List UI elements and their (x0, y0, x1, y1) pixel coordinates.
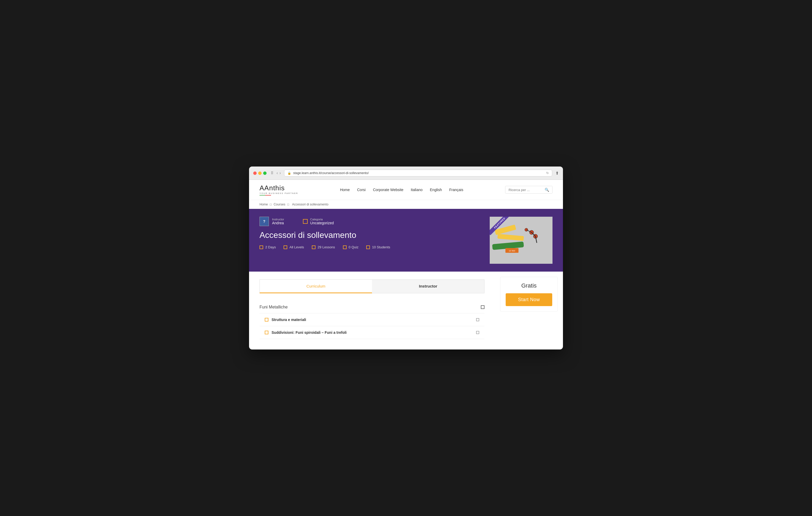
featured-ribbon: FEATURED (490, 217, 511, 235)
close-button[interactable] (253, 172, 257, 175)
section-header[interactable]: Funi Metalliche (260, 301, 485, 313)
breadcrumb-courses[interactable]: Courses (273, 203, 285, 206)
tabs: Curriculum Instructor (260, 279, 485, 293)
sidebar-right: Gratis Start Now (495, 272, 563, 350)
meta-level: All Levels (284, 245, 304, 249)
lesson-title-1: Struttura e materiali (271, 317, 473, 322)
curriculum-section: Funi Metalliche Struttura e materiali Su… (260, 301, 485, 339)
lesson-toggle-2[interactable] (476, 331, 479, 334)
main-content: Curriculum Instructor Funi Metalliche St… (249, 272, 563, 350)
lesson-toggle-1[interactable] (476, 318, 479, 321)
lesson-item-1[interactable]: Struttura e materiali (260, 313, 485, 326)
browser-chrome: ⠿ ‹ › 🔒 stage.learn.anthis.it/course/acc… (249, 166, 563, 180)
duration-icon (260, 245, 263, 249)
back-button[interactable]: ‹ (277, 171, 278, 175)
meta-duration: 2 Days (260, 245, 276, 249)
logo-text: AAnthis (260, 184, 285, 192)
share-icon[interactable]: ⬆ (555, 171, 559, 176)
content-left: Curriculum Instructor Funi Metalliche St… (249, 272, 495, 350)
category-label: Categoria (310, 218, 334, 221)
instructor-avatar: ? (260, 217, 269, 226)
search-icon[interactable]: 🔍 (545, 188, 549, 192)
course-hero-content: ? Instructor Andrea Categoria Uncategori… (260, 217, 485, 249)
breadcrumb-sep-2: □ (287, 203, 290, 206)
students-icon (366, 245, 370, 249)
category-info: Categoria Uncategorized (303, 218, 334, 225)
breadcrumb-current: Accessori di sollevamento (292, 203, 328, 206)
nav-home[interactable]: Home (340, 188, 350, 192)
course-image-bg: 10 500 FEATURED (490, 217, 552, 264)
start-now-button[interactable]: Start Now (506, 293, 552, 306)
meta-students: 10 Students (366, 245, 390, 249)
lessons-icon (312, 245, 316, 249)
section-title: Funi Metalliche (260, 305, 288, 309)
grid-icon[interactable]: ⠿ (271, 171, 273, 175)
ribbon-wrapper: FEATURED (490, 217, 511, 238)
course-meta: 2 Days All Levels 29 Lessons 0 Quiz 10 S… (260, 245, 485, 249)
logo-tagline: YOUR BUSINESS PARTNER (260, 192, 298, 194)
logo-area: AAnthis YOUR BUSINESS PARTNER (260, 184, 298, 195)
maximize-button[interactable] (263, 172, 267, 175)
category-details: Categoria Uncategorized (310, 218, 334, 225)
logo-underline (260, 195, 271, 195)
breadcrumb: Home □ Courses □ Accessori di sollevamen… (249, 200, 563, 209)
site-header: AAnthis YOUR BUSINESS PARTNER Home Corsi… (249, 180, 563, 200)
lesson-title-2: Suddivisioni: Funi spiroidali – Funi a t… (271, 330, 473, 335)
students-label: 10 Students (372, 245, 390, 249)
duration-label: 2 Days (265, 245, 276, 249)
lock-icon: 🔒 (288, 172, 291, 175)
lesson-icon-2 (265, 331, 268, 334)
tab-instructor[interactable]: Instructor (372, 279, 485, 293)
course-hero: ? Instructor Andrea Categoria Uncategori… (249, 209, 563, 272)
lesson-icon-1 (265, 318, 268, 322)
instructor-name: Andrea (272, 221, 284, 225)
nav-francais[interactable]: Français (449, 188, 463, 192)
meta-quiz: 0 Quiz (343, 245, 359, 249)
course-hero-image: 10 500 FEATURED (490, 217, 552, 264)
instructor-label: Instructor (272, 218, 284, 221)
url-text: stage.learn.anthis.it/course/accessori-d… (293, 171, 544, 175)
nav-arrows: ‹ › (277, 171, 281, 175)
reload-icon[interactable]: ↻ (546, 171, 549, 175)
category-name: Uncategorized (310, 221, 334, 225)
price-label: Gratis (506, 282, 552, 289)
level-icon (284, 245, 287, 249)
nav-corsi[interactable]: Corsi (357, 188, 366, 192)
breadcrumb-sep-1: □ (270, 203, 272, 206)
lessons-label: 29 Lessons (318, 245, 335, 249)
instructor-details: Instructor Andrea (272, 218, 284, 225)
quiz-label: 0 Quiz (349, 245, 359, 249)
nav-english[interactable]: English (430, 188, 442, 192)
search-input[interactable] (509, 188, 543, 192)
section-toggle-icon[interactable] (481, 305, 485, 309)
instructor-info: ? Instructor Andrea Categoria Uncategori… (260, 217, 485, 226)
course-title: Accessori di sollevamento (260, 230, 485, 240)
forward-button[interactable]: › (280, 171, 281, 175)
level-label: All Levels (289, 245, 304, 249)
search-bar[interactable]: 🔍 (505, 186, 552, 194)
traffic-lights (253, 172, 267, 175)
lesson-item-2[interactable]: Suddivisioni: Funi spiroidali – Funi a t… (260, 326, 485, 339)
meta-lessons: 29 Lessons (312, 245, 335, 249)
nav-corporate-website[interactable]: Corporate Website (373, 188, 403, 192)
nav-italiano[interactable]: Italiano (411, 188, 423, 192)
site-nav: Home Corsi Corporate Website Italiano En… (309, 188, 495, 192)
price-card: Gratis Start Now (500, 277, 558, 311)
quiz-icon (343, 245, 347, 249)
breadcrumb-home[interactable]: Home (260, 203, 268, 206)
tab-curriculum[interactable]: Curriculum (260, 279, 372, 293)
category-icon (303, 219, 308, 224)
svg-text:10 500: 10 500 (509, 250, 515, 252)
minimize-button[interactable] (258, 172, 262, 175)
browser-window: ⠿ ‹ › 🔒 stage.learn.anthis.it/course/acc… (249, 166, 563, 350)
address-bar[interactable]: 🔒 stage.learn.anthis.it/course/accessori… (284, 170, 552, 177)
